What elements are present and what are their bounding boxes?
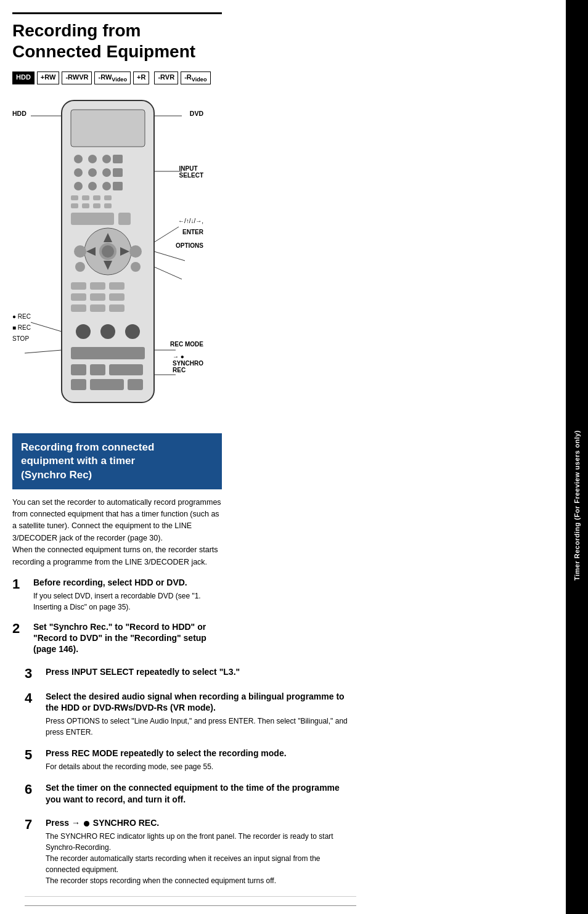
svg-point-7 <box>88 168 97 177</box>
format-badges: HDD +RW -RWVR -RWVideo +R -RVR -RVideo <box>12 71 222 84</box>
step-3-number: 3 <box>25 666 42 681</box>
step-5-body: For details about the recording mode, se… <box>46 761 356 772</box>
svg-rect-36 <box>90 282 105 290</box>
step-1-body: If you select DVD, insert a recordable D… <box>33 590 222 613</box>
label-stop: STOP <box>12 335 29 342</box>
label-rec-mode: REC MODE <box>170 341 203 348</box>
svg-point-31 <box>74 245 86 258</box>
sidebar: Timer Recording (For Freeview users only… <box>566 0 588 914</box>
svg-rect-21 <box>104 203 112 208</box>
svg-rect-43 <box>109 304 125 312</box>
remote-control-image: HDD DVD INPUTSELECT ←/↑/↓/→, ENTER OPTIO… <box>12 94 203 421</box>
svg-rect-53 <box>128 379 143 390</box>
svg-rect-49 <box>90 364 105 375</box>
sidebar-label: Timer Recording (For Freeview users only… <box>573 430 581 581</box>
step-5-number: 5 <box>25 748 42 762</box>
right-steps: 3 Press INPUT SELECT repeatedly to selec… <box>25 666 356 914</box>
label-hdd: HDD <box>12 110 27 117</box>
svg-point-6 <box>74 168 83 177</box>
label-options: OPTIONS <box>176 242 203 249</box>
svg-rect-35 <box>71 282 86 290</box>
svg-point-33 <box>75 262 85 272</box>
step-4-number: 4 <box>25 691 42 706</box>
svg-rect-47 <box>71 347 145 359</box>
svg-rect-39 <box>90 293 105 301</box>
badge-rwvideo: -RWVideo <box>94 71 131 84</box>
badge-rvr: -RVR <box>154 71 178 84</box>
step-4-body: Press OPTIONS to select "Line Audio Inpu… <box>46 716 356 738</box>
svg-point-10 <box>74 182 83 190</box>
step-4-title: Select the desired audio signal when rec… <box>46 691 356 713</box>
svg-rect-52 <box>90 379 124 390</box>
svg-point-11 <box>88 182 97 190</box>
step-2-title: Set "Synchro Rec." to "Record to HDD" or… <box>33 621 222 655</box>
label-enter: ENTER <box>182 229 203 235</box>
label-rec-stop: ■ REC <box>12 324 31 331</box>
step-7-body: The SYNCHRO REC indicator lights up on t… <box>46 831 356 886</box>
svg-point-2 <box>74 155 83 163</box>
svg-point-44 <box>76 324 91 339</box>
svg-rect-50 <box>109 364 143 375</box>
label-dvd: DVD <box>190 110 203 117</box>
svg-rect-20 <box>93 203 100 208</box>
step-1-title: Before recording, select HDD or DVD. <box>33 577 222 588</box>
svg-point-8 <box>102 168 111 177</box>
sub-section-stop: To stop recording Press REC STOP or → SY… <box>25 905 356 914</box>
svg-rect-15 <box>82 195 89 200</box>
svg-point-4 <box>102 155 111 163</box>
section-box-title: Recording from connected equipment with … <box>21 441 213 481</box>
svg-line-58 <box>154 251 185 261</box>
section-box: Recording from connected equipment with … <box>12 433 222 489</box>
step-3-title: Press INPUT SELECT repeatedly to select … <box>46 666 356 677</box>
step-6-number: 6 <box>25 782 42 797</box>
step-4: 4 Select the desired audio signal when r… <box>25 691 356 738</box>
svg-rect-19 <box>82 203 89 208</box>
step-2: 2 Set "Synchro Rec." to "Record to HDD" … <box>12 621 222 658</box>
svg-line-59 <box>154 267 182 279</box>
svg-line-61 <box>25 350 62 353</box>
intro-text: You can set the recorder to automaticall… <box>12 497 222 568</box>
divider <box>25 896 356 897</box>
svg-rect-1 <box>71 110 145 147</box>
step-7: 7 Press → SYNCHRO REC. The SYNCHRO REC i… <box>25 817 356 886</box>
badge-rwvr: -RWVR <box>62 71 92 84</box>
step-1: 1 Before recording, select HDD or DVD. I… <box>12 577 222 613</box>
step-5-title: Press REC MODE repeatedly to select the … <box>46 748 356 759</box>
svg-rect-41 <box>71 304 86 312</box>
svg-line-57 <box>154 227 179 242</box>
svg-point-3 <box>88 155 97 163</box>
badge-hdd: HDD <box>12 71 35 84</box>
step-7-title: Press → SYNCHRO REC. <box>46 817 356 828</box>
badge-r: +R <box>133 71 149 84</box>
svg-point-45 <box>100 324 115 339</box>
svg-rect-22 <box>71 213 114 225</box>
step-6-title: Set the timer on the connected equipment… <box>46 782 356 804</box>
svg-rect-48 <box>71 364 86 375</box>
label-input-select: INPUTSELECT <box>179 165 203 179</box>
svg-rect-14 <box>71 195 78 200</box>
badge-rw: +RW <box>37 71 60 84</box>
svg-point-34 <box>131 262 141 272</box>
svg-rect-51 <box>71 379 86 390</box>
svg-rect-9 <box>113 168 123 177</box>
svg-point-32 <box>129 245 142 258</box>
svg-rect-13 <box>113 182 123 190</box>
svg-line-60 <box>31 322 62 332</box>
svg-rect-37 <box>109 282 125 290</box>
svg-rect-23 <box>118 213 131 225</box>
svg-rect-40 <box>109 293 125 301</box>
step-6: 6 Set the timer on the connected equipme… <box>25 782 356 807</box>
svg-rect-18 <box>71 203 78 208</box>
label-rec: ● REC <box>12 313 31 320</box>
svg-rect-38 <box>71 293 86 301</box>
svg-rect-17 <box>104 195 112 200</box>
svg-point-46 <box>125 324 140 339</box>
page-title: Recording from Connected Equipment <box>12 12 222 62</box>
step-7-number: 7 <box>25 817 42 832</box>
svg-point-12 <box>102 182 111 190</box>
step-2-number: 2 <box>12 621 30 636</box>
step-1-number: 1 <box>12 577 30 592</box>
badge-rvideo: -RVideo <box>181 71 210 84</box>
svg-rect-42 <box>90 304 105 312</box>
step-5: 5 Press REC MODE repeatedly to select th… <box>25 748 356 772</box>
